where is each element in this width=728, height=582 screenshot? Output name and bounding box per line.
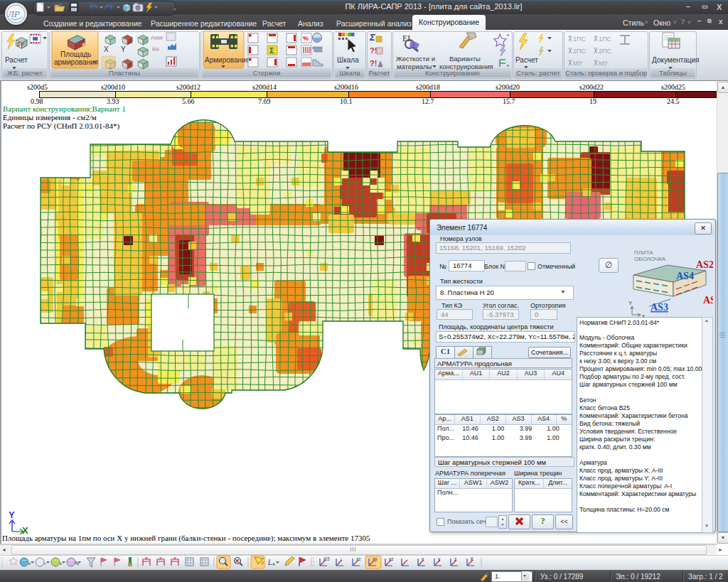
svg-text:К: К xyxy=(471,556,473,561)
svg-text:y: y xyxy=(438,556,441,562)
svg-text:AS4: AS4 xyxy=(676,271,694,281)
svg-text:ИЗ: ИЗ xyxy=(323,556,330,561)
svg-text:AS2: AS2 xyxy=(696,259,713,270)
svg-text:+: + xyxy=(28,561,31,567)
svg-text:yz: yz xyxy=(389,556,394,562)
svg-text:L: L xyxy=(268,558,272,566)
svg-text:Y: Y xyxy=(628,300,633,306)
svg-text:−: − xyxy=(43,561,47,567)
svg-text:z: z xyxy=(454,556,456,561)
svg-text:xz: xz xyxy=(356,556,361,561)
svg-text:Y: Y xyxy=(9,510,15,520)
svg-text:↕: ↕ xyxy=(340,556,342,561)
svg-text:AS: AS xyxy=(703,295,713,306)
svg-text:AS3: AS3 xyxy=(651,302,668,313)
svg-text:x: x xyxy=(422,556,424,561)
svg-text:ЛР: ЛР xyxy=(7,9,20,19)
svg-text:+: + xyxy=(59,561,63,567)
svg-text:xy: xy xyxy=(373,556,378,562)
